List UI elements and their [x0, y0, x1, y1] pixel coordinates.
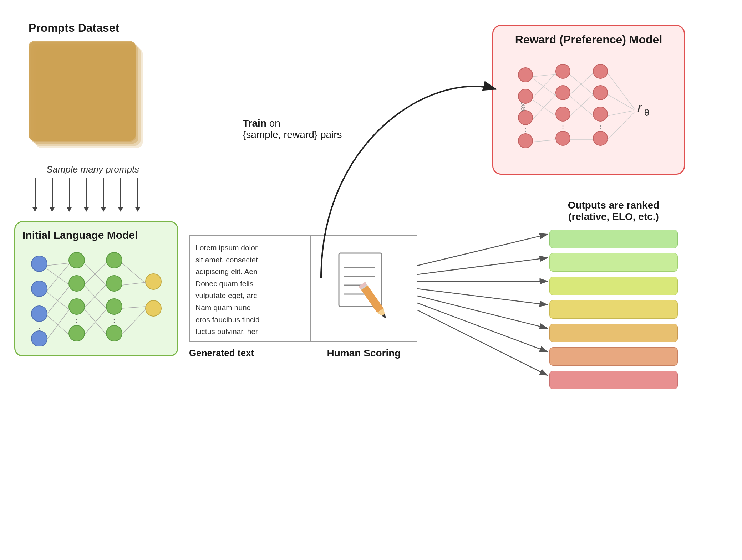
human-scoring-icon [334, 251, 394, 326]
svg-point-36 [518, 68, 533, 82]
svg-line-17 [47, 263, 69, 266]
svg-point-38 [518, 111, 533, 125]
svg-line-23 [47, 310, 69, 339]
svg-point-2 [31, 306, 47, 322]
svg-point-46 [593, 64, 608, 78]
svg-line-82 [417, 258, 548, 274]
svg-line-58 [533, 140, 556, 142]
prompts-dataset-title: Prompts Dataset [29, 21, 143, 35]
rank-bar-6 [549, 347, 678, 366]
svg-point-50 [593, 131, 608, 145]
svg-line-87 [417, 310, 548, 375]
svg-line-65 [608, 73, 634, 109]
down-arrows [32, 178, 141, 212]
arrow-down-2 [49, 178, 55, 212]
svg-point-43 [556, 107, 570, 121]
svg-point-42 [556, 86, 570, 100]
arrow-down-6 [118, 178, 123, 212]
reward-model-neural-net: text ⋮ ⋮ ⋮ r θ [500, 50, 675, 164]
stacked-papers [29, 41, 143, 148]
generated-text-label: Generated text [189, 348, 254, 359]
svg-line-83 [417, 281, 548, 282]
svg-line-56 [533, 100, 556, 116]
svg-line-86 [417, 303, 548, 352]
svg-line-66 [608, 94, 634, 110]
svg-point-45 [556, 131, 570, 145]
svg-line-33 [122, 307, 146, 308]
svg-line-85 [417, 296, 548, 328]
rank-bar-3 [549, 277, 678, 295]
svg-point-5 [69, 252, 85, 268]
svg-point-7 [69, 299, 85, 314]
svg-line-31 [122, 263, 146, 283]
reward-model-box: Reward (Preference) Model text ⋮ ⋮ ⋮ [492, 25, 685, 175]
svg-line-53 [533, 74, 556, 77]
lang-model-neural-net: ⋮ ⋮ ⋮ [21, 242, 171, 346]
svg-point-15 [146, 274, 161, 289]
svg-line-18 [47, 269, 69, 284]
svg-point-1 [31, 281, 47, 297]
svg-point-6 [69, 276, 85, 291]
svg-line-57 [533, 94, 556, 119]
svg-point-10 [106, 252, 122, 268]
svg-line-28 [85, 284, 106, 308]
svg-line-32 [122, 282, 146, 285]
svg-line-54 [533, 78, 556, 96]
svg-line-27 [85, 286, 106, 308]
rank-bar-4 [549, 300, 678, 319]
svg-line-34 [122, 309, 146, 334]
svg-point-37 [518, 89, 533, 103]
train-bold: Train [243, 118, 266, 129]
svg-line-21 [47, 287, 69, 314]
generated-text-box: Lorem ipsum dolor sit amet, consectet ad… [189, 235, 310, 342]
svg-point-16 [146, 300, 161, 316]
svg-point-11 [106, 276, 122, 291]
arrow-down-1 [32, 178, 38, 212]
sample-label: Sample many prompts [46, 164, 139, 175]
ranked-outputs-section: Outputs are ranked(relative, ELO, etc.) [549, 200, 678, 394]
generated-text-content: Lorem ipsum dolor sit amet, consectet ad… [195, 242, 304, 338]
prompts-dataset-section: Prompts Dataset [29, 21, 143, 148]
svg-point-47 [593, 86, 608, 100]
svg-line-20 [47, 292, 69, 309]
paper-layer-top [29, 41, 136, 141]
svg-point-12 [106, 299, 122, 314]
svg-text:θ: θ [644, 107, 649, 118]
train-label: Train on{sample, reward} pairs [243, 118, 342, 140]
svg-line-26 [85, 263, 106, 284]
arrow-down-5 [101, 178, 106, 212]
human-scoring-box [310, 235, 417, 342]
svg-line-68 [608, 112, 634, 140]
arrow-down-7 [135, 178, 141, 212]
svg-point-4 [31, 331, 47, 346]
rank-bar-7 [549, 371, 678, 389]
svg-line-84 [417, 289, 548, 305]
rank-bar-2 [549, 253, 678, 272]
svg-point-41 [556, 64, 570, 78]
svg-point-0 [31, 256, 47, 272]
svg-point-9 [69, 325, 85, 341]
svg-text:r: r [637, 100, 642, 115]
svg-point-14 [106, 325, 122, 341]
svg-point-48 [593, 107, 608, 121]
human-scoring-label: Human Scoring [310, 348, 417, 359]
diagram-container: Prompts Dataset Sample many prompts Init… [0, 0, 742, 560]
rank-bar-5 [549, 324, 678, 342]
svg-line-25 [85, 264, 106, 285]
lang-model-title: Initial Language Model [22, 229, 170, 241]
ranked-outputs-title: Outputs are ranked(relative, ELO, etc.) [549, 200, 678, 222]
arrow-down-3 [66, 178, 72, 212]
svg-line-19 [47, 264, 69, 291]
arrow-down-4 [83, 178, 89, 212]
svg-line-81 [417, 234, 548, 266]
rank-bar-1 [549, 230, 678, 248]
svg-line-55 [533, 73, 556, 98]
svg-point-40 [518, 134, 533, 148]
reward-model-title: Reward (Preference) Model [500, 33, 677, 46]
svg-line-67 [608, 111, 634, 116]
